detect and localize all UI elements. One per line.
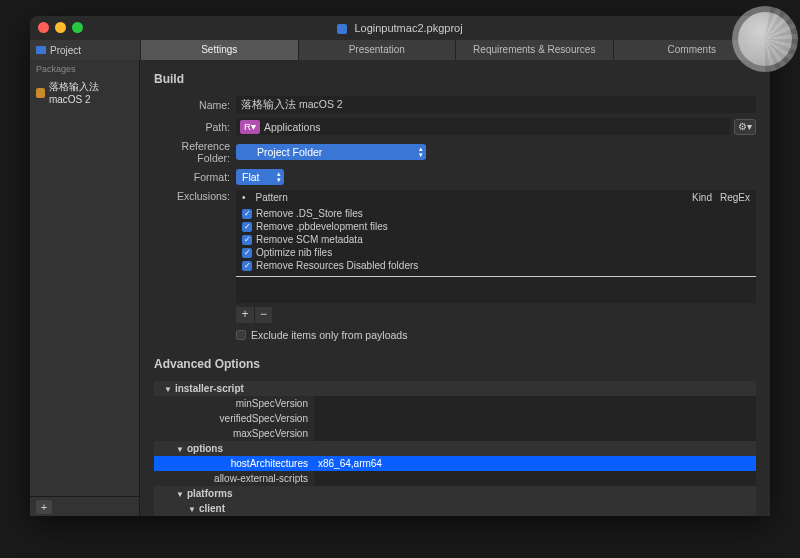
adv-group-platforms[interactable]: ▼platforms	[154, 486, 756, 501]
exclude-only-checkbox[interactable]	[236, 330, 246, 340]
package-icon	[36, 88, 45, 98]
format-value: Flat	[242, 171, 260, 183]
reference-value: Project Folder	[257, 146, 322, 158]
project-toggle[interactable]: Project	[30, 40, 140, 60]
sidebar-item-package[interactable]: 落格输入法 macOS 2	[30, 78, 139, 107]
traffic-lights	[38, 22, 83, 33]
chevron-updown-icon: ▴▾	[419, 146, 423, 158]
disclosure-down-icon: ▼	[188, 505, 196, 514]
exclusion-row[interactable]: ✓Remove SCM metadata	[236, 233, 756, 246]
minimize-button[interactable]	[55, 22, 66, 33]
reference-label: Reference Folder:	[154, 140, 236, 164]
tab-presentation[interactable]: Presentation	[298, 40, 456, 60]
exclusions-col-pattern: Pattern	[256, 192, 288, 203]
adv-row-verifiedspecversion[interactable]: verifiedSpecVersion	[154, 411, 756, 426]
checkbox-icon[interactable]: ✓	[242, 209, 252, 219]
window-title: Loginputmac2.pkgproj	[354, 22, 462, 34]
format-select[interactable]: Flat ▴▾	[236, 169, 284, 185]
adv-group-options[interactable]: ▼options	[154, 441, 756, 456]
file-icon	[337, 24, 347, 34]
tab-settings[interactable]: Settings	[140, 40, 298, 60]
adv-row-hostarchitectures[interactable]: hostArchitecturesx86_64,arm64	[154, 456, 756, 471]
adv-row-allow-external-scripts[interactable]: allow-external-scripts	[154, 471, 756, 486]
exclusions-header: • Pattern Kind RegEx	[236, 190, 756, 205]
sidebar-add-button[interactable]: +	[36, 500, 52, 514]
exclusion-remove-button[interactable]: −	[254, 307, 272, 323]
exclusion-row[interactable]: ✓Remove Resources Disabled folders	[236, 259, 756, 272]
exclusion-row[interactable]: ✓Optimize nib files	[236, 246, 756, 259]
folder-icon	[242, 147, 254, 157]
tab-requirements[interactable]: Requirements & Resources	[455, 40, 613, 60]
adv-group-client[interactable]: ▼client	[154, 501, 756, 516]
name-input[interactable]	[236, 96, 756, 113]
exclusion-row[interactable]: ✓Remove .pbdevelopment files	[236, 220, 756, 233]
sidebar-item-label: 落格输入法 macOS 2	[49, 80, 133, 105]
path-gear-button[interactable]: ⚙▾	[734, 119, 756, 135]
exclusion-add-button[interactable]: +	[236, 307, 254, 323]
authenticity-seal-icon	[738, 12, 792, 66]
sidebar-header: Packages	[30, 60, 139, 78]
project-label: Project	[50, 45, 81, 56]
adv-row-maxspecversion[interactable]: maxSpecVersion	[154, 426, 756, 441]
exclusions-col-regex: RegEx	[720, 192, 750, 203]
exclusions-bullet: •	[242, 192, 246, 203]
window-titlebar: Loginputmac2.pkgproj	[30, 16, 770, 40]
build-section-title: Build	[154, 72, 756, 86]
disclosure-down-icon: ▼	[176, 445, 184, 454]
format-label: Format:	[154, 171, 236, 183]
path-value: Applications	[264, 121, 321, 133]
maximize-button[interactable]	[72, 22, 83, 33]
close-button[interactable]	[38, 22, 49, 33]
adv-row-minspecversion[interactable]: minSpecVersion	[154, 396, 756, 411]
path-prefix-badge[interactable]: R▾	[240, 120, 260, 134]
name-label: Name:	[154, 99, 236, 111]
chevron-updown-icon: ▴▾	[277, 171, 281, 183]
checkbox-icon[interactable]: ✓	[242, 261, 252, 271]
exclude-only-label: Exclude items only from payloads	[251, 329, 407, 341]
path-label: Path:	[154, 121, 236, 133]
checkbox-icon[interactable]: ✓	[242, 248, 252, 258]
checkbox-icon[interactable]: ✓	[242, 235, 252, 245]
reference-folder-select[interactable]: Project Folder ▴▾	[236, 144, 426, 160]
checkbox-icon[interactable]: ✓	[242, 222, 252, 232]
advanced-section-title: Advanced Options	[154, 357, 756, 371]
path-field[interactable]: R▾ Applications	[236, 118, 730, 135]
exclusions-list: ✓Remove .DS_Store files ✓Remove .pbdevel…	[236, 205, 756, 303]
exclusion-row[interactable]: ✓Remove .DS_Store files	[236, 207, 756, 220]
folder-icon	[36, 46, 46, 54]
disclosure-down-icon: ▼	[176, 490, 184, 499]
exclusions-col-kind: Kind	[692, 192, 712, 203]
adv-group-installer-script[interactable]: ▼installer-script	[154, 381, 756, 396]
disclosure-down-icon: ▼	[164, 385, 172, 394]
exclusions-label: Exclusions:	[154, 190, 236, 202]
